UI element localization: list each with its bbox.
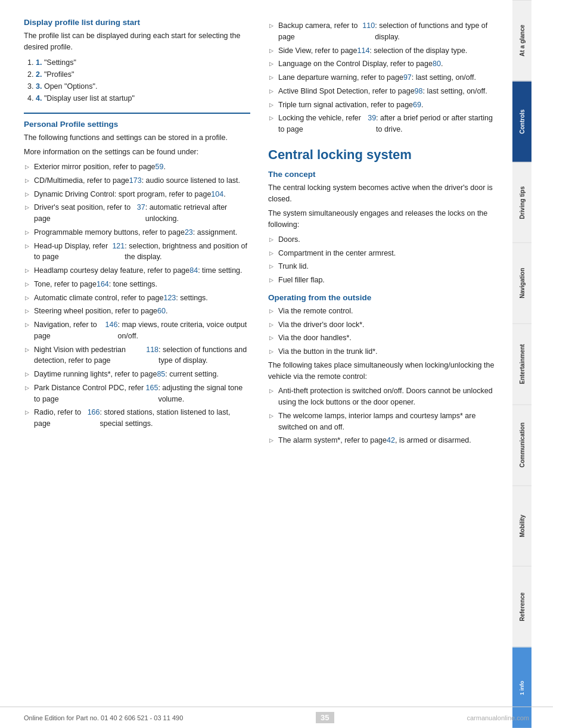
bullet-item: Tone, refer to page 164: tone settings. [24,279,250,290]
sidebar-item-entertainment[interactable]: Entertainment [512,323,531,405]
concept-text2: The system simultaneously engages and re… [268,208,495,231]
bullet-item: The alarm system*, refer to page 42, is … [268,435,495,446]
bullet-item: Night Vision with pedestrian detection, … [24,344,250,367]
step-item: 4. "Display user list at startup" [36,92,250,104]
bullet-item: Radio, refer to page 166: stored station… [24,407,250,430]
steps-list: 1. "Settings" 2. "Profiles" 3. Open "Opt… [24,57,250,104]
bullet-item: Navigation, refer to page 146: map views… [24,319,250,342]
sidebar-item-mobility[interactable]: Mobility [512,486,531,567]
right-column: Backup camera, refer to page 110: select… [268,18,495,449]
page-footer: Online Edition for Part no. 01 40 2 606 … [0,707,553,728]
personal-profile-title: Personal Profile settings [24,120,250,129]
bullet-item: Head-up Display, refer to page 121: sele… [24,241,250,263]
sidebar-item-controls[interactable]: Controls [512,81,531,162]
footer-text: Online Edition for Part no. 01 40 2 606 … [24,714,183,721]
bullet-item: Doors. [268,234,495,245]
bullet-item: Anti-theft protection is switched on/off… [268,385,495,408]
step-num: 2. [36,70,42,79]
bullet-item: Locking the vehicle, refer to page 39: a… [268,113,495,135]
sidebar-item-label: Driving tips [519,186,526,219]
bullet-item: Park Distance Control PDC, refer to page… [24,382,250,405]
bullet-item: Headlamp courtesy delay feature, refer t… [24,265,250,276]
step-num: 1. [36,58,42,67]
bullet-item: Backup camera, refer to page 110: select… [268,20,495,43]
following-bullets: Anti-theft protection is switched on/off… [268,385,495,446]
personal-profile-intro2: More information on the settings can be … [24,147,250,158]
personal-profile-intro1: The following functions and settings can… [24,132,250,144]
bullet-item: Language on the Control Display, refer t… [268,58,495,70]
bullet-item: Dynamic Driving Control: sport program, … [24,189,250,200]
concept-text1: The central locking system becomes activ… [268,182,495,205]
watermark: carmanualonline.com [467,714,529,721]
bullet-item: Via the driver's door lock*. [268,319,495,331]
sidebar-item-label: Reference [519,593,526,621]
sidebar-item-label: Controls [519,110,526,134]
sidebar-item-label: Entertainment [519,344,526,384]
sidebar-item-driving-tips[interactable]: Driving tips [512,162,531,243]
operating-bullets: Via the remote control.Via the driver's … [268,306,495,357]
page-number: 35 [316,712,334,723]
bullet-item: Daytime running lights*, refer to page 8… [24,369,250,380]
concept-bullets: Doors.Compartment in the center armrest.… [268,234,495,286]
display-profile-intro: The profile list can be displayed during… [24,30,250,53]
step-text: "Profiles" [44,70,74,79]
sidebar-item-reference[interactable]: Reference [512,566,531,647]
main-content: Display profile list during start The pr… [0,0,512,728]
sidebar-item-communication[interactable]: Communication [512,405,531,486]
sidebar: At a glance Controls Driving tips Naviga… [512,0,531,728]
sidebar-item-label: At a glance [519,25,526,57]
operating-subtitle: Operating from the outside [268,293,495,302]
bullet-item: Exterior mirror position, refer to page … [24,161,250,173]
bullet-item: The welcome lamps, interior lamps and co… [268,410,495,433]
concept-subtitle: The concept [268,170,495,179]
profile-bullets: Exterior mirror position, refer to page … [24,161,250,430]
bullet-item: Driver's seat position, refer to page 37… [24,202,250,225]
bullet-item: Triple turn signal activation, refer to … [268,99,495,111]
bullet-item: Steering wheel position, refer to page 6… [24,306,250,317]
sidebar-item-label: Mobility [519,515,526,537]
bullet-item: CD/Multimedia, refer to page 173: audio … [24,175,250,186]
step-item: 2. "Profiles" [36,69,250,80]
following-text: The following takes place simultaneously… [268,360,495,382]
left-column: Display profile list during start The pr… [24,18,250,449]
step-num: 4. [36,94,42,102]
sidebar-item-label: Communication [519,423,526,468]
central-locking-title: Central locking system [268,147,495,163]
display-profile-title: Display profile list during start [24,18,250,27]
step-text: Open "Options". [44,82,97,91]
step-text: "Settings" [44,58,76,67]
bullet-item: Trunk lid. [268,261,495,272]
step-item: 1. "Settings" [36,57,250,69]
bullet-item: Active Blind Spot Detection, refer to pa… [268,86,495,97]
step-item: 3. Open "Options". [36,80,250,92]
sidebar-item-label: Navigation [519,268,526,298]
step-num: 3. [36,82,42,91]
bullet-item: Via the door handles*. [268,332,495,344]
sidebar-info-label: 1 info [519,681,525,695]
continued-bullets: Backup camera, refer to page 110: select… [268,20,495,135]
bullet-item: Lane departure warning, refer to page 97… [268,72,495,83]
bullet-item: Programmable memory buttons, refer to pa… [24,227,250,238]
bullet-item: Via the button in the trunk lid*. [268,346,495,357]
sidebar-item-navigation[interactable]: Navigation [512,242,531,323]
bullet-item: Automatic climate control, refer to page… [24,293,250,304]
bullet-item: Fuel filler flap. [268,275,495,286]
section-divider [24,113,250,114]
sidebar-item-at-a-glance[interactable]: At a glance [512,0,531,81]
bullet-item: Via the remote control. [268,306,495,317]
step-text: "Display user list at startup" [44,94,135,102]
bullet-item: Compartment in the center armrest. [268,248,495,259]
bullet-item: Side View, refer to page 114: selection … [268,45,495,57]
